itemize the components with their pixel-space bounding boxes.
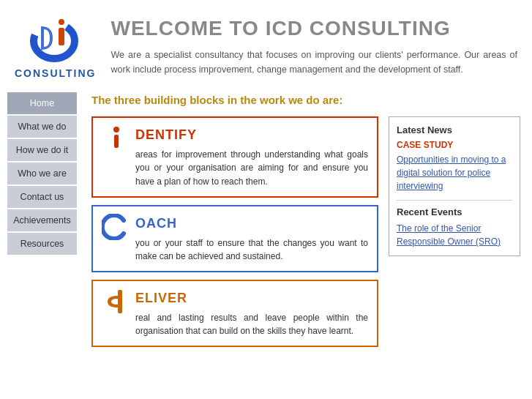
deliver-word: ELIVER xyxy=(135,291,187,305)
page-title: WELCOME TO ICD CONSULTING xyxy=(111,17,517,40)
svg-rect-1 xyxy=(59,19,64,25)
header-description: We are a specialist consultancy that foc… xyxy=(111,48,517,77)
event-link[interactable]: The role of the Senior Responsible Owner… xyxy=(397,222,512,248)
sidebar-item-resources[interactable]: Resources xyxy=(7,233,77,255)
identify-description: areas for improvement through understand… xyxy=(135,149,368,187)
coach-description: you or your staff to ensure that the cha… xyxy=(135,238,368,262)
identify-icon xyxy=(102,125,128,156)
case-study-link[interactable]: Opportunities in moving to a digital sol… xyxy=(397,153,512,193)
header-content: WELCOME TO ICD CONSULTING We are a speci… xyxy=(111,13,517,77)
sidebar-item-achievements[interactable]: Achievements xyxy=(7,209,77,231)
sidebar-item-contact-us[interactable]: Contact us xyxy=(7,186,77,208)
deliver-block: ELIVER real and lasting results and leav… xyxy=(91,280,378,347)
identify-word: DENTIFY xyxy=(135,127,197,142)
svg-rect-2 xyxy=(59,28,64,45)
deliver-title: ELIVER xyxy=(135,288,368,309)
deliver-text-area: ELIVER real and lasting results and leav… xyxy=(135,288,368,338)
logo-area: CONSULTING xyxy=(15,13,97,79)
news-category: CASE STUDY xyxy=(397,140,512,150)
recent-events-title: Recent Events xyxy=(397,200,512,217)
svg-rect-4 xyxy=(114,135,119,148)
identify-title: DENTIFY xyxy=(135,125,368,146)
svg-point-0 xyxy=(34,23,75,59)
sidebar-item-who-we-are[interactable]: Who we are xyxy=(7,163,77,184)
identify-block: DENTIFY areas for improvement through un… xyxy=(91,116,378,198)
logo-icon xyxy=(26,13,85,64)
logo-text: CONSULTING xyxy=(15,67,97,79)
deliver-description: real and lasting results and leave peopl… xyxy=(135,313,368,337)
blocks-and-news: DENTIFY areas for improvement through un… xyxy=(91,116,520,347)
deliver-icon xyxy=(102,288,128,319)
svg-rect-5 xyxy=(118,290,122,313)
sidebar-item-what-we-do[interactable]: What we do xyxy=(7,116,77,138)
coach-title: OACH xyxy=(135,214,368,234)
page-header: CONSULTING WELCOME TO ICD CONSULTING We … xyxy=(0,0,532,86)
svg-point-3 xyxy=(113,127,119,133)
sidebar-item-how-we-do-it[interactable]: How we do it xyxy=(7,139,77,161)
section-heading: The three building blocks in the work we… xyxy=(91,94,520,106)
coach-word: OACH xyxy=(135,216,177,231)
main-layout: Home What we do How we do it Who we are … xyxy=(0,86,532,354)
sidebar-item-home[interactable]: Home xyxy=(7,92,77,114)
identify-text-area: DENTIFY areas for improvement through un… xyxy=(135,125,368,189)
news-panel: Latest News CASE STUDY Opportunities in … xyxy=(389,116,520,256)
latest-news-title: Latest News xyxy=(397,124,512,135)
content-area: The three building blocks in the work we… xyxy=(84,86,532,354)
coach-text-area: OACH you or your staff to ensure that th… xyxy=(135,214,368,264)
building-blocks: DENTIFY areas for improvement through un… xyxy=(91,116,378,347)
coach-block: OACH you or your staff to ensure that th… xyxy=(91,205,378,272)
sidebar: Home What we do How we do it Who we are … xyxy=(0,86,84,354)
coach-icon xyxy=(102,214,128,245)
